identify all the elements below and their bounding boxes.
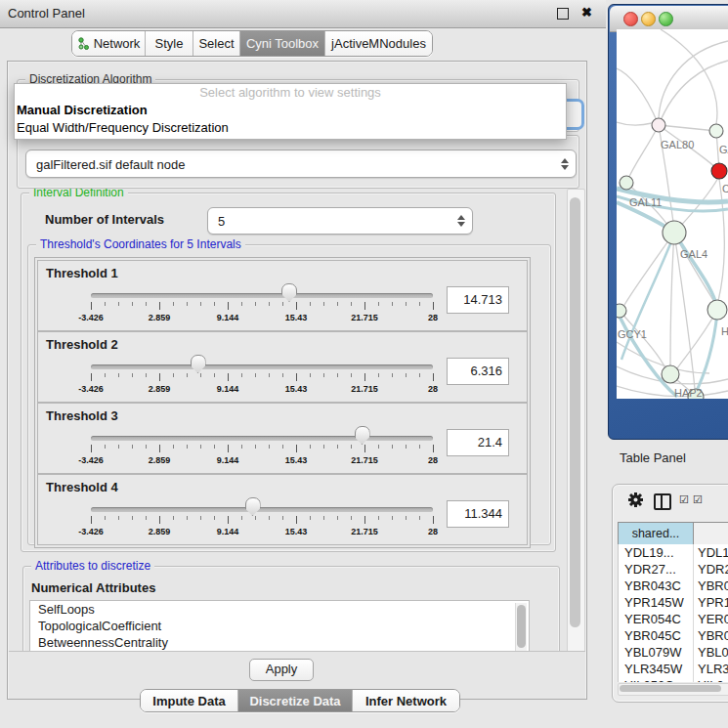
node-gcy1[interactable] [617,304,626,318]
threshold-1-handle[interactable] [281,283,297,302]
network-canvas[interactable]: GAL80 GA C GAL11 GAL4 GCY1 HA HAP2 [617,29,728,399]
node-clipped-top-right[interactable] [709,124,723,138]
node-gal4[interactable] [663,221,686,244]
threshold-3-handle[interactable] [355,426,370,445]
table-row[interactable]: YBR043CYBR0 [619,578,728,594]
table-data-combobox[interactable]: galFiltered.sif default node [25,150,577,178]
checkbox-icon[interactable]: ☑ [679,493,689,506]
tab-cyni-toolbox[interactable]: Cyni Toolbox [240,31,325,56]
table-row[interactable]: YBR045CYBR0 [619,627,728,644]
threshold-4-label: Threshold 4 [46,480,118,494]
threshold-2-slider[interactable] [91,364,433,369]
control-panel-titlebar: Control Panel ✖ [0,0,606,28]
threshold-2-panel: Threshold 2 -3.4262.8599.14415.4321.7152… [37,331,528,403]
checkbox-icon[interactable]: ☑ [693,493,703,506]
close-traffic-light[interactable] [623,12,638,26]
threshold-coordinates-group: Threshold's Coordinates for 5 Intervals … [27,244,551,545]
split-columns-icon[interactable] [654,493,671,510]
tab-discretize-data[interactable]: Discretize Data [238,690,353,711]
attributes-scrollbar[interactable] [515,603,527,651]
threshold-2-handle[interactable] [191,355,206,373]
tab-style-label: Style [155,36,184,51]
number-of-intervals-combobox[interactable]: 5 [207,207,473,235]
threshold-3-value-field[interactable]: 21.4 [447,429,509,456]
algorithm-option-equal-width[interactable]: Equal Width/Frequency Discretization [15,119,566,137]
gear-icon[interactable] [627,492,644,508]
table-row[interactable]: YDR27...YDR2 [619,561,728,578]
attribute-item[interactable]: TopologicalCoefficient [30,618,529,634]
column-header-shared-name[interactable]: shared... [618,523,694,544]
attribute-item[interactable]: SelfLoops [30,601,529,618]
application: Control Panel ✖ Network Style Select Cyn… [0,0,728,728]
threshold-4-slider[interactable] [91,507,433,512]
label-clipped-top-right: GA [719,144,728,155]
table-header-row: shared... na [618,522,728,545]
table-row[interactable]: YPR145WYPR1 [619,594,728,611]
node-hap2[interactable] [662,365,679,383]
table-row[interactable]: YLR345WYLR3 [619,661,728,677]
network-window-titlebar[interactable] [610,6,728,32]
tab-select-label: Select [198,36,234,51]
table-row[interactable]: YDL19...YDL1 [619,544,728,561]
panel-title: Control Panel [8,6,85,21]
tab-impute-data[interactable]: Impute Data [141,690,238,711]
float-window-icon[interactable] [557,8,569,20]
threshold-4-panel: Threshold 4 -3.4262.8599.14415.4321.7152… [37,474,528,545]
slider-ticks [91,373,433,382]
apply-button[interactable]: Apply [249,659,314,681]
tab-style[interactable]: Style [146,31,193,56]
table-data-value: galFiltered.sif default node [36,156,185,171]
label-hap2: HAP2 [674,387,703,399]
slider-ticks [91,445,433,453]
table-panel-title: Table Panel [620,450,686,465]
slider-scale-labels: -3.4262.8599.14415.4321.71528 [91,527,433,538]
table-horizontal-scrollbar[interactable] [618,683,728,696]
threshold-2-value-field[interactable]: 6.316 [447,358,509,385]
threshold-1-value-field[interactable]: 14.713 [447,286,509,314]
column-header-name[interactable]: na [694,523,728,544]
tab-jactivemnodules-label: jActiveMNodules [331,36,426,51]
table-row[interactable]: YIL052CYIL0 [619,677,728,682]
network-icon [77,37,90,50]
network-graph: GAL80 GA C GAL11 GAL4 GCY1 HA HAP2 [617,29,728,399]
tab-jactivemnodules[interactable]: jActiveMNodules [325,31,432,56]
threshold-4-handle[interactable] [245,497,261,516]
node-gal80[interactable] [652,118,665,132]
attributes-group-title: Attributes to discretize [31,559,154,573]
stepper-arrows-icon[interactable] [457,215,465,227]
table-row[interactable]: YER054CYER0 [619,611,728,627]
minimize-traffic-light[interactable] [641,12,656,26]
attribute-item[interactable]: BetweennessCentrality [30,634,529,651]
close-icon[interactable]: ✖ [581,5,592,20]
tab-network[interactable]: Network [72,31,146,56]
table-row[interactable]: YBL079WYBL0 [619,644,728,661]
tab-discretize-data-label: Discretize Data [249,694,340,708]
attributes-group: Attributes to discretize Numerical Attri… [22,566,560,651]
tab-infer-network[interactable]: Infer Network [353,690,459,711]
cyni-mode-tab-bar: Impute Data Discretize Data Infer Networ… [140,689,460,712]
threshold-4-value-field[interactable]: 11.344 [447,500,509,528]
thresholds-container: Threshold 1 -3.4262.8599.14415.4321.7152… [34,257,531,548]
threshold-2-label: Threshold 2 [46,337,118,352]
tab-select[interactable]: Select [193,31,240,56]
algorithm-hint-item[interactable]: Select algorithm to view settings [15,84,566,102]
algorithm-option-manual[interactable]: Manual Discretization [15,102,566,119]
number-of-intervals-value: 5 [218,214,225,229]
node-clipped-mid-right[interactable] [707,300,727,320]
stepper-arrows-icon[interactable] [561,158,569,170]
tab-impute-data-label: Impute Data [152,694,225,708]
numerical-attributes-list[interactable]: SelfLoopsTopologicalCoefficientBetweenne… [29,600,530,651]
threshold-3-label: Threshold 3 [46,408,118,423]
node-gal11[interactable] [620,176,633,190]
threshold-1-slider[interactable] [91,293,433,298]
tab-infer-network-label: Infer Network [365,694,447,708]
node-red-selected[interactable] [711,163,727,179]
tab-network-label: Network [94,36,141,51]
threshold-3-slider[interactable] [91,436,433,441]
label-clipped-c: C [722,183,728,194]
label-gal4: GAL4 [680,248,707,260]
tab-cyni-toolbox-label: Cyni Toolbox [246,36,319,51]
panel-scrollbar[interactable] [567,189,585,653]
number-of-intervals-label: Number of Intervals [45,212,164,227]
zoom-traffic-light[interactable] [659,12,673,26]
